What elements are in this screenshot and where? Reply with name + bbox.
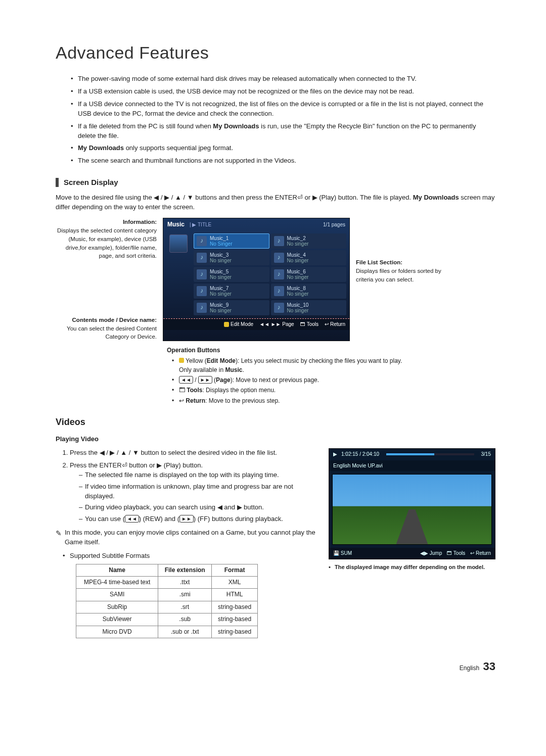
play-icon[interactable]: ▶ [333, 451, 337, 458]
music-note-icon: ♪ [197, 253, 207, 263]
list-item[interactable]: ♪Music_1No Singer [194, 233, 269, 249]
usb-notes-list: The power-saving mode of some external h… [56, 74, 495, 166]
music-note-icon: ♪ [274, 286, 284, 296]
music-note-icon: ♪ [274, 253, 284, 263]
page-footer: English 33 [56, 658, 495, 675]
list-item[interactable]: ♪Music_8No singer [271, 284, 347, 299]
list-item[interactable]: ♪Music_9No singer [194, 300, 269, 315]
game-note: ✎ In this mode, you can enjoy movie clip… [56, 528, 318, 547]
video-thumbnail [332, 474, 492, 545]
music-note-icon: ♪ [197, 236, 207, 246]
music-note-icon: ♪ [197, 303, 207, 313]
subtitle-formats-table: NameFile extensionFormat MPEG-4 time-bas… [76, 564, 258, 638]
tv-screen-mock: Music | ▶ TITLE 1/1 pages ♪Music_1No Sin… [163, 218, 350, 341]
tv-footer: Edit Mode ◄◄ ►► Page 🗔 Tools ↩ Return [163, 318, 349, 330]
playing-steps: Press the ◀ / ▶ / ▲ / ▼ button to select… [56, 448, 318, 524]
music-note-icon: ♪ [274, 236, 284, 246]
music-note-icon: ♪ [274, 269, 284, 279]
playing-video-heading: Playing Video [56, 435, 495, 444]
image-note: The displayed image may differ depending… [329, 563, 495, 572]
list-item[interactable]: ♪Music_3No singer [194, 250, 269, 265]
device-icon[interactable] [169, 234, 188, 253]
callout-left: Information: Displays the selected conte… [56, 218, 157, 341]
screen-display-heading: Screen Display [56, 177, 495, 188]
music-note-icon: ♪ [197, 269, 207, 279]
music-note-icon: ♪ [274, 303, 284, 313]
file-list[interactable]: ♪Music_1No Singer♪Music_2No singer♪Music… [194, 231, 349, 318]
operation-buttons: Operation Buttons Yellow (Edit Mode): Le… [167, 346, 415, 405]
progress-bar[interactable] [386, 453, 474, 455]
screen-intro: Move to the desired file using the ◀ / ▶… [56, 193, 495, 212]
tv-title: Music [167, 220, 185, 229]
video-player-mock: ▶ 1:02:15 / 2:04:10 3/15 English Movie U… [329, 448, 495, 559]
list-item[interactable]: ♪Music_4No singer [271, 250, 347, 265]
list-item[interactable]: ♪Music_5No singer [194, 267, 269, 282]
list-item[interactable]: ♪Music_6No singer [271, 267, 347, 282]
music-note-icon: ♪ [197, 286, 207, 296]
list-item[interactable]: ♪Music_7No singer [194, 284, 269, 299]
page-title: Advanced Features [56, 40, 495, 65]
callout-right: File List Section: Displays files or fol… [356, 218, 447, 341]
list-item[interactable]: ♪Music_2No singer [271, 233, 347, 249]
list-item[interactable]: ♪Music_10No singer [271, 300, 347, 315]
videos-heading: Videos [56, 415, 495, 429]
